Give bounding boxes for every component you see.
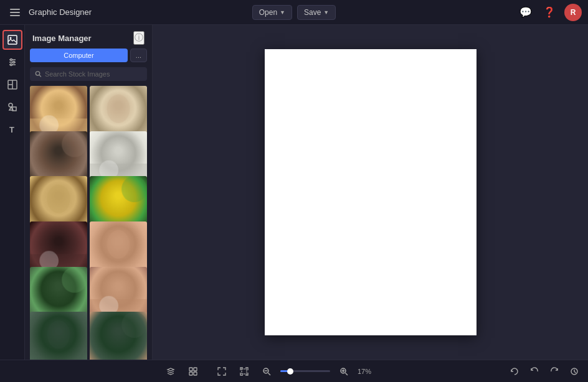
crop-button[interactable] [235,363,253,380]
search-icon [35,70,42,78]
redo-button[interactable] [546,363,563,380]
save-button[interactable]: Save ▼ [297,5,336,20]
sidebar-icons: T [0,25,25,360]
list-item[interactable] [90,131,147,184]
search-bar [30,67,147,81]
layers-button[interactable] [162,363,179,380]
topbar: Graphic Designer Open ▼ Save ▼ 💬 ❓ R [0,0,588,25]
zoom-thumb [287,368,293,375]
svg-rect-19 [194,372,197,375]
main-area: T Image Manager ⓘ Computer ... [0,25,588,360]
user-avatar-button[interactable]: R [564,4,582,21]
more-tab-button[interactable]: ... [130,49,147,62]
svg-rect-18 [189,372,192,375]
list-item[interactable] [90,267,147,319]
zoom-track [280,370,330,372]
text-tool-button[interactable]: T [2,119,22,139]
layout-tool-button[interactable] [2,75,22,95]
list-item[interactable] [30,86,87,138]
help-button[interactable]: ❓ [541,4,558,21]
computer-tab-button[interactable]: Computer [30,49,128,62]
list-item[interactable] [30,131,87,184]
list-item[interactable] [30,176,87,228]
svg-point-1 [9,37,11,39]
list-item[interactable] [30,221,87,274]
svg-rect-0 [8,35,17,44]
bottom-left-tools [162,363,202,380]
svg-point-7 [10,64,12,66]
shapes-tool-button[interactable] [2,97,22,117]
search-input[interactable] [45,70,142,78]
svg-rect-16 [189,368,192,371]
list-item[interactable] [90,86,147,138]
images-tool-button[interactable] [2,30,22,50]
svg-point-3 [10,59,12,61]
undo-button[interactable] [526,363,543,380]
panel-info-button[interactable]: ⓘ [133,31,145,45]
svg-line-15 [39,75,41,77]
zoom-slider-container [280,370,330,372]
history-button[interactable] [566,363,583,380]
svg-rect-20 [242,369,247,374]
adjustments-tool-button[interactable] [2,52,22,72]
panel-header: Image Manager ⓘ [25,25,152,49]
zoom-out-button[interactable] [258,363,275,380]
open-button[interactable]: Open ▼ [252,5,292,20]
zoom-in-button[interactable] [335,363,353,380]
grid-view-button[interactable] [184,363,202,380]
canvas-area [153,25,588,360]
svg-line-27 [346,373,348,375]
design-canvas [265,49,477,335]
topbar-center: Open ▼ Save ▼ [252,5,336,20]
image-grid [25,86,152,360]
svg-rect-17 [194,368,197,371]
hamburger-icon [10,9,20,16]
topbar-right: 💬 ❓ R [336,4,582,21]
list-item[interactable] [90,176,147,228]
list-item[interactable] [30,267,87,319]
svg-point-5 [12,62,14,63]
list-item[interactable] [90,221,147,274]
panel-title: Image Manager [32,34,92,43]
menu-button[interactable] [6,4,24,21]
svg-text:T: T [9,125,14,134]
zoom-label: 17% [358,368,375,375]
svg-line-23 [268,373,271,375]
comment-button[interactable]: 💬 [517,4,534,21]
image-manager-panel: Image Manager ⓘ Computer ... [25,25,153,360]
list-item[interactable] [90,312,147,360]
panel-tabs: Computer ... [25,49,152,67]
fit-view-button[interactable] [213,363,230,380]
refresh-button[interactable] [506,363,523,380]
topbar-left: Graphic Designer [6,4,252,21]
app-title: Graphic Designer [29,7,92,17]
save-chevron-icon: ▼ [323,9,329,16]
open-chevron-icon: ▼ [280,9,285,16]
svg-point-14 [36,72,39,75]
bottom-center-tools: 17% [213,363,375,380]
list-item[interactable] [30,312,87,360]
svg-point-11 [9,103,12,107]
bottom-right-tools [506,363,583,380]
bottom-toolbar: 17% [0,360,588,382]
